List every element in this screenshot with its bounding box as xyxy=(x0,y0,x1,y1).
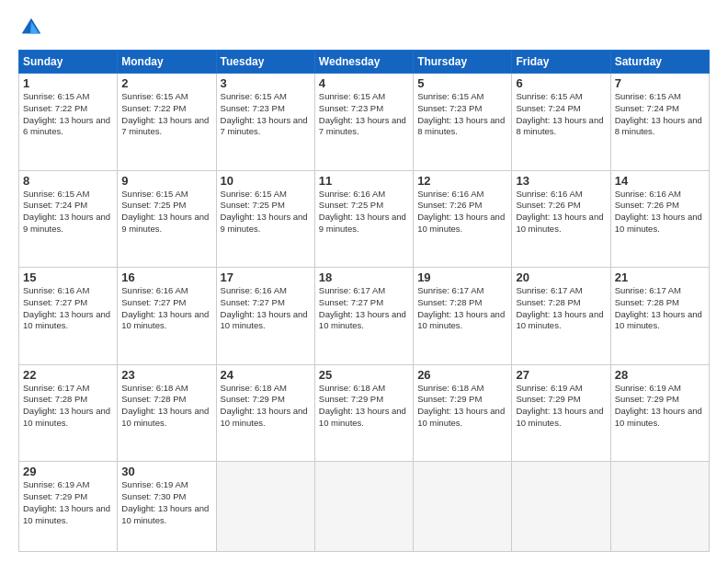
sunrise-label: Sunrise: 6:16 AM xyxy=(221,285,287,295)
calendar-day-cell xyxy=(414,462,512,552)
sunrise-label: Sunrise: 6:18 AM xyxy=(221,383,287,393)
calendar-week-row: 22 Sunrise: 6:17 AM Sunset: 7:28 PM Dayl… xyxy=(19,364,710,462)
day-info: Sunrise: 6:15 AM Sunset: 7:23 PM Dayligh… xyxy=(319,91,409,138)
day-info: Sunrise: 6:15 AM Sunset: 7:23 PM Dayligh… xyxy=(221,91,311,138)
daylight-label: Daylight: 13 hours and 8 minutes. xyxy=(417,115,505,137)
sunset-label: Sunset: 7:28 PM xyxy=(417,297,482,307)
calendar-day-cell xyxy=(314,462,413,552)
daylight-label: Daylight: 13 hours and 10 minutes. xyxy=(615,309,702,331)
sunset-label: Sunset: 7:24 PM xyxy=(516,103,580,113)
day-number: 23 xyxy=(121,368,211,382)
sunrise-label: Sunrise: 6:17 AM xyxy=(319,285,385,295)
day-info: Sunrise: 6:17 AM Sunset: 7:27 PM Dayligh… xyxy=(319,285,409,332)
calendar-week-row: 29 Sunrise: 6:19 AM Sunset: 7:29 PM Dayl… xyxy=(19,462,710,552)
daylight-label: Daylight: 13 hours and 10 minutes. xyxy=(319,406,406,428)
sunrise-label: Sunrise: 6:19 AM xyxy=(516,383,582,393)
sunset-label: Sunset: 7:22 PM xyxy=(23,103,87,113)
day-info: Sunrise: 6:18 AM Sunset: 7:29 PM Dayligh… xyxy=(417,383,507,430)
sunset-label: Sunset: 7:26 PM xyxy=(615,200,679,210)
day-number: 8 xyxy=(23,174,113,188)
calendar-day-cell: 11 Sunrise: 6:16 AM Sunset: 7:25 PM Dayl… xyxy=(314,170,413,268)
day-info: Sunrise: 6:16 AM Sunset: 7:26 PM Dayligh… xyxy=(615,189,705,236)
calendar-day-cell: 13 Sunrise: 6:16 AM Sunset: 7:26 PM Dayl… xyxy=(512,170,610,268)
sunrise-label: Sunrise: 6:15 AM xyxy=(221,189,287,199)
calendar-day-cell: 5 Sunrise: 6:15 AM Sunset: 7:23 PM Dayli… xyxy=(414,74,512,171)
sunset-label: Sunset: 7:28 PM xyxy=(121,394,186,404)
calendar-body: 1 Sunrise: 6:15 AM Sunset: 7:22 PM Dayli… xyxy=(19,74,710,552)
sunset-label: Sunset: 7:23 PM xyxy=(417,103,482,113)
daylight-label: Daylight: 13 hours and 10 minutes. xyxy=(516,212,603,234)
day-info: Sunrise: 6:15 AM Sunset: 7:24 PM Dayligh… xyxy=(516,91,606,138)
calendar-day-cell: 28 Sunrise: 6:19 AM Sunset: 7:29 PM Dayl… xyxy=(610,364,709,462)
page: SundayMondayTuesdayWednesdayThursdayFrid… xyxy=(0,0,728,563)
day-number: 10 xyxy=(221,174,311,188)
weekday-header: Tuesday xyxy=(216,51,314,74)
day-info: Sunrise: 6:15 AM Sunset: 7:22 PM Dayligh… xyxy=(121,91,211,138)
sunset-label: Sunset: 7:29 PM xyxy=(615,394,679,404)
day-info: Sunrise: 6:15 AM Sunset: 7:25 PM Dayligh… xyxy=(221,189,311,236)
sunrise-label: Sunrise: 6:16 AM xyxy=(516,189,582,199)
calendar-day-cell: 25 Sunrise: 6:18 AM Sunset: 7:29 PM Dayl… xyxy=(314,364,413,462)
day-number: 2 xyxy=(121,76,211,90)
sunset-label: Sunset: 7:26 PM xyxy=(516,200,580,210)
day-info: Sunrise: 6:19 AM Sunset: 7:29 PM Dayligh… xyxy=(615,383,705,430)
day-info: Sunrise: 6:15 AM Sunset: 7:23 PM Dayligh… xyxy=(417,91,507,138)
day-info: Sunrise: 6:17 AM Sunset: 7:28 PM Dayligh… xyxy=(23,383,113,430)
calendar-day-cell: 8 Sunrise: 6:15 AM Sunset: 7:24 PM Dayli… xyxy=(19,170,118,268)
calendar-day-cell: 14 Sunrise: 6:16 AM Sunset: 7:26 PM Dayl… xyxy=(610,170,709,268)
day-info: Sunrise: 6:16 AM Sunset: 7:26 PM Dayligh… xyxy=(417,189,507,236)
day-info: Sunrise: 6:15 AM Sunset: 7:25 PM Dayligh… xyxy=(121,189,211,236)
sunset-label: Sunset: 7:24 PM xyxy=(23,200,87,210)
sunrise-label: Sunrise: 6:15 AM xyxy=(121,91,188,101)
calendar-day-cell xyxy=(610,462,709,552)
day-number: 11 xyxy=(319,174,409,188)
day-info: Sunrise: 6:19 AM Sunset: 7:30 PM Dayligh… xyxy=(121,479,211,526)
day-info: Sunrise: 6:17 AM Sunset: 7:28 PM Dayligh… xyxy=(615,285,705,332)
day-number: 3 xyxy=(221,76,311,90)
sunrise-label: Sunrise: 6:16 AM xyxy=(615,189,681,199)
daylight-label: Daylight: 13 hours and 10 minutes. xyxy=(615,406,702,428)
day-number: 22 xyxy=(23,368,113,382)
day-number: 29 xyxy=(23,465,113,478)
sunrise-label: Sunrise: 6:15 AM xyxy=(23,91,89,101)
sunrise-label: Sunrise: 6:17 AM xyxy=(516,285,582,295)
calendar-day-cell: 21 Sunrise: 6:17 AM Sunset: 7:28 PM Dayl… xyxy=(610,268,709,365)
sunrise-label: Sunrise: 6:15 AM xyxy=(23,189,89,199)
daylight-label: Daylight: 13 hours and 9 minutes. xyxy=(121,212,209,234)
sunset-label: Sunset: 7:27 PM xyxy=(319,297,383,307)
weekday-header: Wednesday xyxy=(314,51,413,74)
day-number: 12 xyxy=(417,174,507,188)
day-number: 9 xyxy=(121,174,211,188)
day-number: 30 xyxy=(121,465,211,478)
sunrise-label: Sunrise: 6:19 AM xyxy=(615,383,681,393)
daylight-label: Daylight: 13 hours and 10 minutes. xyxy=(121,309,209,331)
calendar-day-cell: 6 Sunrise: 6:15 AM Sunset: 7:24 PM Dayli… xyxy=(512,74,610,171)
sunset-label: Sunset: 7:25 PM xyxy=(121,200,186,210)
sunset-label: Sunset: 7:23 PM xyxy=(319,103,383,113)
calendar-day-cell: 1 Sunrise: 6:15 AM Sunset: 7:22 PM Dayli… xyxy=(19,74,118,171)
sunrise-label: Sunrise: 6:15 AM xyxy=(417,91,483,101)
calendar-day-cell: 9 Sunrise: 6:15 AM Sunset: 7:25 PM Dayli… xyxy=(118,170,216,268)
day-info: Sunrise: 6:18 AM Sunset: 7:28 PM Dayligh… xyxy=(121,383,211,430)
calendar-day-cell: 20 Sunrise: 6:17 AM Sunset: 7:28 PM Dayl… xyxy=(512,268,610,365)
weekday-header: Sunday xyxy=(19,51,118,74)
sunset-label: Sunset: 7:24 PM xyxy=(615,103,679,113)
sunrise-label: Sunrise: 6:15 AM xyxy=(615,91,681,101)
sunset-label: Sunset: 7:26 PM xyxy=(417,200,482,210)
calendar-day-cell: 12 Sunrise: 6:16 AM Sunset: 7:26 PM Dayl… xyxy=(414,170,512,268)
day-info: Sunrise: 6:17 AM Sunset: 7:28 PM Dayligh… xyxy=(516,285,606,332)
sunrise-label: Sunrise: 6:16 AM xyxy=(319,189,385,199)
sunset-label: Sunset: 7:29 PM xyxy=(417,394,482,404)
day-number: 7 xyxy=(615,76,705,90)
daylight-label: Daylight: 13 hours and 9 minutes. xyxy=(221,212,308,234)
calendar-day-cell: 24 Sunrise: 6:18 AM Sunset: 7:29 PM Dayl… xyxy=(216,364,314,462)
sunrise-label: Sunrise: 6:16 AM xyxy=(23,285,89,295)
calendar-day-cell: 4 Sunrise: 6:15 AM Sunset: 7:23 PM Dayli… xyxy=(314,74,413,171)
daylight-label: Daylight: 13 hours and 6 minutes. xyxy=(23,115,110,137)
day-info: Sunrise: 6:19 AM Sunset: 7:29 PM Dayligh… xyxy=(516,383,606,430)
day-info: Sunrise: 6:16 AM Sunset: 7:25 PM Dayligh… xyxy=(319,189,409,236)
day-info: Sunrise: 6:16 AM Sunset: 7:26 PM Dayligh… xyxy=(516,189,606,236)
calendar-day-cell: 18 Sunrise: 6:17 AM Sunset: 7:27 PM Dayl… xyxy=(314,268,413,365)
calendar-header-row: SundayMondayTuesdayWednesdayThursdayFrid… xyxy=(19,51,710,74)
calendar-day-cell: 30 Sunrise: 6:19 AM Sunset: 7:30 PM Dayl… xyxy=(118,462,216,552)
